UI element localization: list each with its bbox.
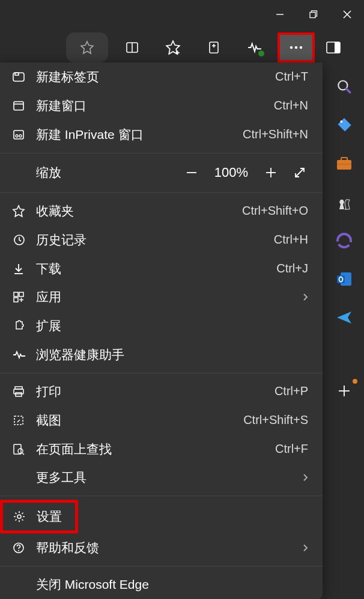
svg-rect-32 bbox=[14, 131, 23, 139]
zoom-percent: 100% bbox=[206, 165, 256, 180]
minimize-button[interactable] bbox=[263, 0, 297, 29]
menu-label: 帮助和反馈 bbox=[36, 539, 302, 556]
menu-label: 新建 InPrivate 窗口 bbox=[36, 126, 243, 143]
menu-shortcut: Ctrl+Shift+O bbox=[242, 204, 308, 218]
menu-print[interactable]: 打印 Ctrl+P bbox=[0, 377, 323, 406]
add-icon[interactable] bbox=[333, 380, 355, 402]
briefcase-icon[interactable] bbox=[333, 153, 355, 174]
close-button[interactable] bbox=[330, 0, 364, 29]
extension-icon bbox=[12, 319, 36, 333]
star-icon bbox=[12, 204, 36, 218]
menu-shortcut: Ctrl+F bbox=[275, 442, 308, 456]
help-icon bbox=[12, 541, 36, 554]
maximize-button[interactable] bbox=[297, 0, 330, 29]
svg-point-34 bbox=[19, 135, 22, 137]
menu-settings[interactable]: 设置 bbox=[0, 500, 78, 533]
menu-settings-row[interactable]: 设置 bbox=[0, 500, 323, 533]
svg-point-13 bbox=[295, 46, 297, 49]
svg-line-18 bbox=[346, 88, 350, 93]
office-icon[interactable] bbox=[333, 230, 355, 251]
chevron-right-icon bbox=[302, 544, 308, 552]
svg-rect-16 bbox=[335, 42, 340, 53]
svg-rect-29 bbox=[15, 73, 19, 75]
menu-downloads[interactable]: 下载 Ctrl+J bbox=[0, 254, 323, 283]
menu-label: 关闭 Microsoft Edge bbox=[36, 576, 308, 593]
menu-screenshot[interactable]: 截图 Ctrl+Shift+S bbox=[0, 406, 323, 435]
menu-shortcut: Ctrl+T bbox=[275, 70, 308, 84]
zoom-label: 缩放 bbox=[36, 164, 61, 181]
svg-point-55 bbox=[18, 550, 19, 551]
menu-label: 扩展 bbox=[36, 318, 308, 334]
search-icon[interactable] bbox=[333, 76, 355, 97]
svg-rect-30 bbox=[14, 102, 23, 110]
svg-rect-43 bbox=[14, 298, 18, 302]
download-icon bbox=[12, 262, 36, 275]
menu-shortcut: Ctrl+J bbox=[276, 262, 308, 275]
menu-more-tools[interactable]: 更多工具 bbox=[0, 464, 323, 493]
svg-point-14 bbox=[300, 46, 302, 49]
svg-point-53 bbox=[17, 515, 21, 518]
health-button[interactable] bbox=[237, 32, 273, 63]
menu-shortcut: Ctrl+H bbox=[274, 233, 308, 247]
split-screen-button[interactable] bbox=[114, 32, 150, 63]
favorite-plus-button[interactable] bbox=[155, 32, 191, 63]
menu-shortcut: Ctrl+Shift+N bbox=[243, 127, 308, 141]
menu-zoom: 缩放 100% bbox=[0, 156, 323, 189]
window-controls bbox=[263, 0, 364, 29]
send-icon[interactable] bbox=[333, 307, 355, 328]
menu-favorites[interactable]: 收藏夹 Ctrl+Shift+O bbox=[0, 197, 323, 226]
tab-icon bbox=[12, 70, 36, 84]
collections-button[interactable] bbox=[196, 32, 232, 63]
svg-rect-50 bbox=[14, 444, 21, 454]
menu-help[interactable]: 帮助和反馈 bbox=[0, 533, 323, 562]
inprivate-icon bbox=[12, 128, 36, 141]
svg-rect-2 bbox=[310, 13, 315, 18]
favorite-button[interactable] bbox=[66, 32, 108, 63]
menu-label: 应用 bbox=[36, 289, 302, 306]
svg-rect-20 bbox=[337, 160, 351, 170]
menu-new-window[interactable]: 新建窗口 Ctrl+N bbox=[0, 91, 323, 120]
menu-shortcut: Ctrl+N bbox=[274, 99, 308, 112]
menu-label: 下载 bbox=[36, 260, 276, 277]
menu-separator bbox=[0, 496, 323, 496]
menu-label: 浏览器健康助手 bbox=[36, 346, 308, 363]
sidebar bbox=[324, 66, 364, 599]
zoom-out-button[interactable] bbox=[177, 158, 206, 187]
outlook-icon[interactable] bbox=[333, 268, 355, 290]
menu-close-edge[interactable]: 关闭 Microsoft Edge bbox=[0, 570, 323, 599]
menu-new-tab[interactable]: 新建标签页 Ctrl+T bbox=[0, 63, 323, 91]
svg-line-52 bbox=[22, 453, 24, 455]
menu-extensions[interactable]: 扩展 bbox=[0, 312, 323, 340]
menu-shortcut: Ctrl+Shift+S bbox=[243, 413, 308, 427]
menu-label: 设置 bbox=[37, 508, 62, 525]
menu-browser-health[interactable]: 浏览器健康助手 bbox=[0, 340, 323, 369]
toolbar bbox=[66, 32, 360, 63]
fullscreen-button[interactable] bbox=[285, 158, 314, 187]
menu-label: 截图 bbox=[36, 412, 243, 429]
panel-toggle-button[interactable] bbox=[318, 32, 348, 63]
menu-history[interactable]: 历史记录 Ctrl+H bbox=[0, 226, 323, 254]
menu-label: 在页面上查找 bbox=[36, 441, 275, 458]
menu-separator bbox=[0, 566, 323, 567]
more-button[interactable] bbox=[278, 32, 315, 63]
find-icon bbox=[12, 443, 36, 456]
menu-label: 收藏夹 bbox=[36, 203, 242, 220]
svg-point-19 bbox=[340, 120, 342, 123]
chess-icon[interactable] bbox=[333, 191, 355, 213]
menu-apps[interactable]: 应用 bbox=[0, 283, 323, 312]
svg-rect-48 bbox=[16, 393, 22, 396]
menu-separator bbox=[0, 153, 323, 153]
svg-rect-41 bbox=[14, 292, 18, 296]
health-icon bbox=[12, 348, 36, 361]
menu-separator bbox=[0, 192, 323, 193]
menu-label: 新建标签页 bbox=[36, 69, 275, 85]
zoom-in-button[interactable] bbox=[256, 158, 285, 187]
menu-label: 更多工具 bbox=[36, 469, 302, 486]
menu-new-inprivate[interactable]: 新建 InPrivate 窗口 Ctrl+Shift+N bbox=[0, 120, 323, 149]
screenshot-icon bbox=[12, 414, 36, 427]
gear-icon bbox=[13, 510, 37, 523]
menu-find[interactable]: 在页面上查找 Ctrl+F bbox=[0, 435, 323, 464]
svg-point-33 bbox=[16, 135, 18, 137]
tag-icon[interactable] bbox=[333, 114, 355, 136]
svg-rect-21 bbox=[341, 158, 347, 161]
